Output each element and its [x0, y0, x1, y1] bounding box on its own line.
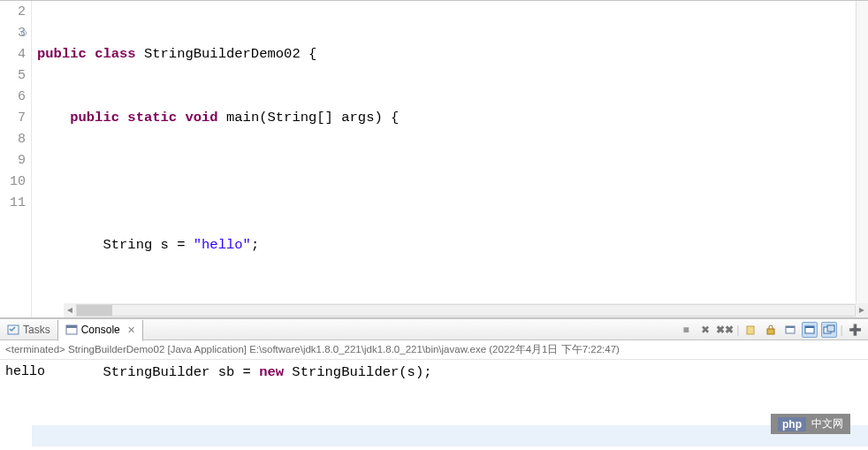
svg-rect-2: [66, 325, 77, 328]
tab-console[interactable]: Console ✕: [57, 320, 143, 341]
line-number: 11: [0, 193, 26, 214]
code-area[interactable]: public class StringBuilderDemo02 { publi…: [32, 1, 868, 317]
line-number: 5: [0, 65, 26, 87]
remove-launch-icon[interactable]: ✖: [697, 322, 713, 338]
remove-all-icon[interactable]: ✖✖: [717, 322, 733, 338]
close-icon[interactable]: ✕: [127, 324, 135, 336]
line-number-gutter: 2 3 4 5 6 7 8 9 10 11: [0, 1, 32, 317]
code-line[interactable]: StringBuilder sb = new StringBuilder(s);: [32, 362, 868, 383]
line-number: 2: [0, 2, 26, 23]
show-console-icon[interactable]: [782, 322, 798, 338]
line-number: 9: [0, 150, 26, 172]
line-number: 7: [0, 108, 26, 129]
watermark: php 中文网: [771, 414, 850, 434]
scroll-lock-icon[interactable]: [763, 322, 779, 338]
line-number: 4: [0, 44, 26, 65]
code-line[interactable]: public static void main(String[] args) {: [32, 107, 868, 128]
code-line[interactable]: public class StringBuilderDemo02 {: [32, 43, 868, 65]
line-number: 10: [0, 172, 26, 193]
horizontal-scrollbar[interactable]: ◂ ▸: [64, 303, 868, 317]
code-editor[interactable]: 2 3 4 5 6 7 8 9 10 11 public class Strin…: [0, 0, 868, 318]
tab-label: Console: [81, 324, 120, 336]
svg-rect-3: [747, 326, 754, 334]
svg-rect-10: [827, 325, 834, 332]
code-line[interactable]: String s = "hello";: [32, 234, 868, 256]
tab-label: Tasks: [23, 324, 50, 336]
line-number: 6: [0, 87, 26, 108]
tab-tasks[interactable]: Tasks: [0, 318, 57, 340]
line-number: 8: [0, 129, 26, 150]
code-line[interactable]: [32, 171, 868, 192]
tasks-icon: [7, 324, 19, 336]
svg-rect-6: [786, 326, 795, 328]
console-toolbar: ■ ✖ ✖✖ | | ➕: [678, 322, 863, 338]
svg-rect-8: [805, 326, 814, 328]
svg-rect-4: [767, 329, 774, 334]
watermark-php: php: [778, 417, 806, 431]
console-tab-bar: Tasks Console ✕ ■ ✖ ✖✖ | | ➕: [0, 318, 868, 340]
line-number: 3: [0, 23, 26, 44]
open-console-icon[interactable]: ➕: [847, 322, 863, 338]
watermark-cn: 中文网: [811, 416, 843, 431]
terminate-icon[interactable]: ■: [678, 322, 694, 338]
code-line-current[interactable]: [32, 425, 868, 446]
scrollbar-thumb[interactable]: [77, 305, 112, 316]
display-selected-console-icon[interactable]: [821, 322, 837, 338]
console-icon: [65, 324, 78, 336]
clear-console-icon[interactable]: [743, 322, 759, 338]
pin-console-icon[interactable]: [802, 322, 818, 338]
overview-ruler[interactable]: [856, 1, 868, 303]
